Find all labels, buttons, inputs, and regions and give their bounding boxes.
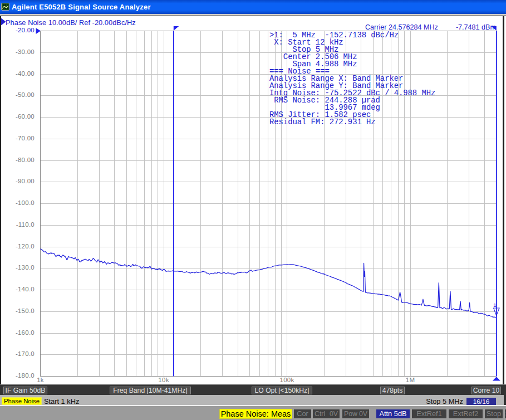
svg-text:1: 1	[493, 302, 496, 308]
